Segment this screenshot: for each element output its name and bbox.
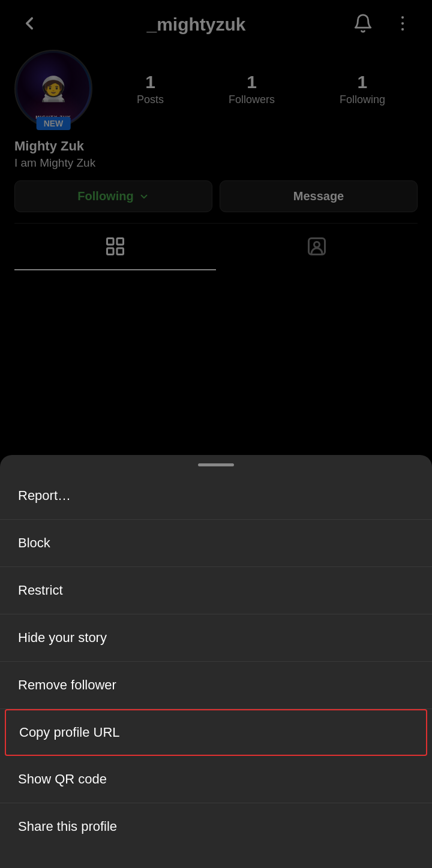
sheet-handle — [198, 463, 234, 466]
sheet-item-block[interactable]: Block — [0, 520, 432, 567]
sheet-item-restrict[interactable]: Restrict — [0, 567, 432, 614]
bottom-sheet: Report… Block Restrict Hide your story R… — [0, 455, 432, 868]
sheet-item-show-qr[interactable]: Show QR code — [0, 756, 432, 803]
sheet-item-remove-follower[interactable]: Remove follower — [0, 662, 432, 709]
sheet-item-copy-profile-url[interactable]: Copy profile URL — [5, 709, 427, 756]
sheet-item-report[interactable]: Report… — [0, 472, 432, 520]
sheet-item-hide-story[interactable]: Hide your story — [0, 614, 432, 662]
sheet-item-share-profile[interactable]: Share this profile — [0, 803, 432, 850]
